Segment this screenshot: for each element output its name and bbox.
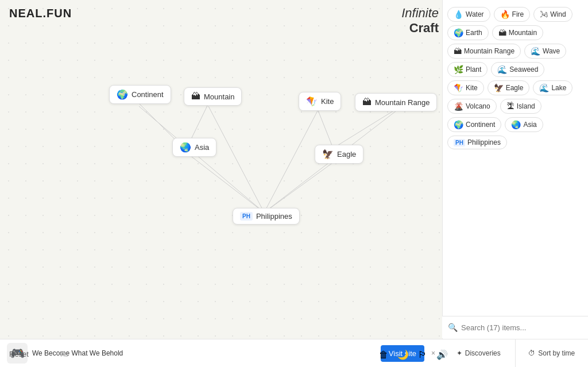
sidebar-item-label-16: Philippines: [467, 138, 501, 146]
sidebar-item-icon-13: 🏝: [506, 102, 514, 111]
node-icon-mountain: 🏔: [191, 91, 200, 102]
svg-line-2: [264, 111, 318, 213]
node-label-philippines: Philippines: [256, 212, 292, 221]
sidebar-item-asia[interactable]: 🌏Asia: [505, 117, 543, 132]
sidebar-item-icon-9: 🪁: [454, 83, 463, 92]
svg-line-5: [264, 163, 333, 213]
sidebar-item-wind[interactable]: 🌬Wind: [533, 7, 572, 22]
sidebar-item-icon-0: 💧: [454, 10, 463, 19]
node-eagle[interactable]: 🦅Eagle: [315, 145, 363, 164]
sidebar-item-label-7: Plant: [466, 65, 481, 74]
sidebar-item-icon-6: 🌊: [531, 47, 540, 56]
sidebar-item-label-11: Lake: [551, 84, 566, 92]
sidebar-item-lake[interactable]: 🌊Lake: [533, 80, 572, 95]
sidebar-item-seaweed[interactable]: 🌊Seaweed: [491, 62, 544, 77]
sidebar-items-grid: 💧Water🔥Fire🌬Wind🌍Earth🏔Mountain🏔Mountain…: [447, 5, 583, 149]
sidebar-item-label-6: Wave: [543, 47, 560, 55]
sidebar-item-label-2: Wind: [550, 10, 566, 18]
speaker-icon[interactable]: 🔊: [436, 349, 448, 360]
svg-line-7: [189, 103, 208, 142]
node-philippines[interactable]: PHPhilippines: [233, 208, 300, 225]
node-mountain[interactable]: 🏔Mountain: [184, 87, 242, 106]
svg-line-8: [318, 109, 333, 148]
sidebar-item-icon-8: 🌊: [497, 65, 507, 74]
sort-icon: ⏱: [528, 349, 535, 357]
svg-line-0: [139, 106, 264, 213]
discoveries-icon: ✦: [457, 349, 462, 357]
sidebar-item-label-0: Water: [466, 10, 484, 18]
sidebar-item-island[interactable]: 🏝Island: [500, 99, 541, 114]
moon-icon[interactable]: 🌙: [397, 349, 409, 360]
node-label-mountain: Mountain: [204, 92, 234, 101]
app-title: Infinite Craft: [401, 6, 439, 36]
reset-container: Reset: [9, 349, 29, 359]
sidebar-item-icon-1: 🔥: [500, 10, 510, 19]
sort-label: Sort by time: [538, 349, 575, 357]
sidebar-item-earth[interactable]: 🌍Earth: [447, 25, 489, 40]
node-mountainrange[interactable]: 🏔Mountain Range: [355, 93, 437, 111]
sidebar-item-label-5: Mountain Range: [464, 47, 514, 55]
node-label-mountainrange: Mountain Range: [375, 98, 430, 107]
discoveries-label: Discoveries: [465, 349, 501, 357]
sidebar-item-icon-11: 🌊: [539, 83, 549, 92]
sidebar-item-icon-12: 🌋: [454, 102, 463, 111]
sidebar-item-icon-3: 🌍: [454, 28, 463, 37]
ad-text: We Become What We Behold: [32, 349, 376, 357]
sidebar-item-philippines[interactable]: PHPhilippines: [447, 136, 507, 149]
svg-line-6: [139, 103, 178, 142]
sidebar-item-kite[interactable]: 🪁Kite: [447, 80, 484, 95]
sidebar-item-plant[interactable]: 🌿Plant: [447, 62, 488, 77]
sidebar-item-volcano[interactable]: 🌋Volcano: [447, 99, 497, 114]
sort-button[interactable]: ⏱ Sort by time: [516, 339, 589, 367]
discoveries-button[interactable]: ✦ Discoveries: [442, 339, 516, 367]
trash-icon[interactable]: 🗑: [379, 350, 388, 360]
node-icon-asia: 🌏: [180, 142, 191, 153]
svg-line-9: [333, 109, 396, 148]
sidebar-item-label-1: Fire: [512, 10, 524, 18]
node-icon-philippines: PH: [240, 212, 253, 221]
node-label-kite: Kite: [321, 97, 334, 106]
sidebar-item-fire[interactable]: 🔥Fire: [494, 7, 531, 22]
sidebar-item-label-8: Seaweed: [509, 65, 538, 74]
title-craft: Craft: [401, 21, 439, 36]
node-label-eagle: Eagle: [337, 150, 356, 159]
node-icon-continent: 🌍: [117, 89, 128, 100]
flag-icon[interactable]: 🏳: [418, 350, 427, 360]
sidebar-item-label-15: Asia: [523, 121, 536, 129]
sidebar-item-wave[interactable]: 🌊Wave: [524, 44, 566, 59]
connection-lines: [0, 0, 442, 339]
node-kite[interactable]: 🪁Kite: [299, 92, 341, 111]
sidebar-item-icon-15: 🌏: [511, 120, 521, 129]
sidebar-item-continent[interactable]: 🌍Continent: [447, 117, 501, 132]
svg-line-1: [208, 106, 264, 213]
sidebar-item-icon-5: 🏔: [454, 47, 462, 56]
node-asia[interactable]: 🌏Asia: [172, 138, 216, 157]
sidebar-item-water[interactable]: 💧Water: [447, 7, 490, 22]
search-input[interactable]: [461, 323, 582, 332]
ad-bar: 🎮 Ad We Become What We Behold Visit site…: [0, 339, 442, 367]
sidebar-item-label-12: Volcano: [466, 102, 490, 110]
svg-line-4: [189, 155, 264, 213]
sidebar-item-label-4: Mountain: [509, 29, 537, 37]
node-label-continent: Continent: [131, 90, 164, 99]
sidebar-item-eagle[interactable]: 🦅Eagle: [488, 80, 530, 95]
node-continent[interactable]: 🌍Continent: [109, 85, 171, 104]
node-icon-mountainrange: 🏔: [362, 97, 372, 107]
sidebar-bottom-bar: ✦ Discoveries ⏱ Sort by time: [442, 339, 588, 367]
sidebar-item-mountain-range[interactable]: 🏔Mountain Range: [447, 44, 521, 59]
search-bar[interactable]: 🔍: [442, 316, 588, 338]
node-label-asia: Asia: [195, 143, 209, 152]
craft-canvas: 🌍Continent🏔Mountain🪁Kite🏔Mountain Range🌏…: [0, 0, 442, 339]
sidebar-item-icon-7: 🌿: [454, 65, 463, 74]
sidebar[interactable]: 💧Water🔥Fire🌬Wind🌍Earth🏔Mountain🏔Mountain…: [442, 0, 588, 339]
ad-label: Ad: [61, 351, 68, 358]
sidebar-item-label-3: Earth: [466, 29, 482, 37]
node-icon-kite: 🪁: [306, 96, 318, 107]
reset-button[interactable]: Reset: [9, 350, 29, 358]
sidebar-item-label-9: Kite: [466, 84, 478, 92]
sidebar-item-icon-10: 🦅: [494, 83, 504, 92]
search-icon: 🔍: [448, 323, 458, 332]
node-icon-eagle: 🦅: [322, 149, 334, 160]
sidebar-item-mountain[interactable]: 🏔Mountain: [492, 25, 543, 40]
sidebar-item-icon-4: 🏔: [498, 28, 506, 37]
